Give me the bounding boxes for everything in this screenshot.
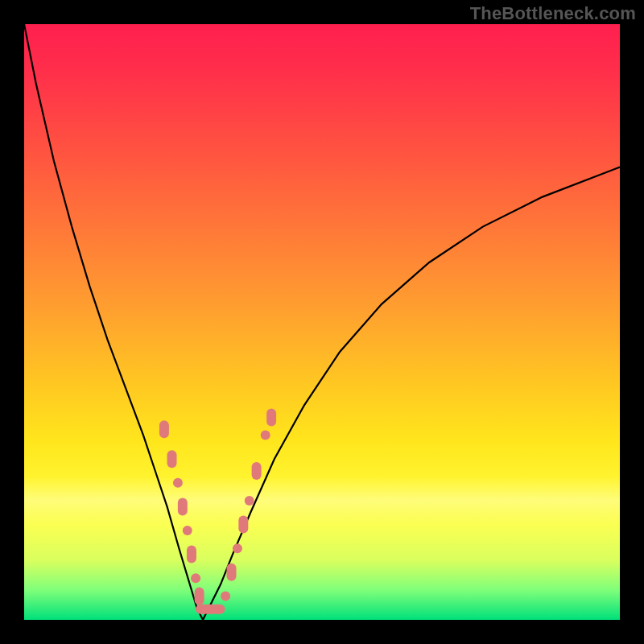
marker-dot — [173, 478, 183, 488]
marker-pill — [238, 516, 248, 534]
bottleneck-curve-svg — [24, 24, 620, 620]
marker-pill — [252, 462, 262, 480]
plot-area — [24, 24, 620, 620]
marker-pill — [187, 546, 196, 564]
markers-group — [159, 408, 276, 613]
marker-pill — [227, 564, 237, 581]
marker-dot — [191, 573, 200, 583]
marker-pill — [159, 420, 169, 438]
marker-dot — [245, 496, 254, 506]
marker-dot — [233, 543, 242, 553]
marker-pill — [167, 450, 177, 468]
chart-frame: TheBottleneck.com — [0, 0, 644, 644]
marker-pill — [178, 497, 188, 515]
marker-dot — [183, 526, 192, 535]
marker-pill — [195, 587, 204, 605]
curve-right-branch — [203, 167, 620, 620]
marker-pill — [211, 605, 225, 614]
marker-pill — [266, 408, 276, 426]
curve-left-branch — [24, 24, 203, 620]
watermark-text: TheBottleneck.com — [470, 3, 636, 24]
curve-group — [24, 24, 620, 620]
marker-dot — [221, 591, 230, 601]
marker-dot — [261, 431, 270, 440]
